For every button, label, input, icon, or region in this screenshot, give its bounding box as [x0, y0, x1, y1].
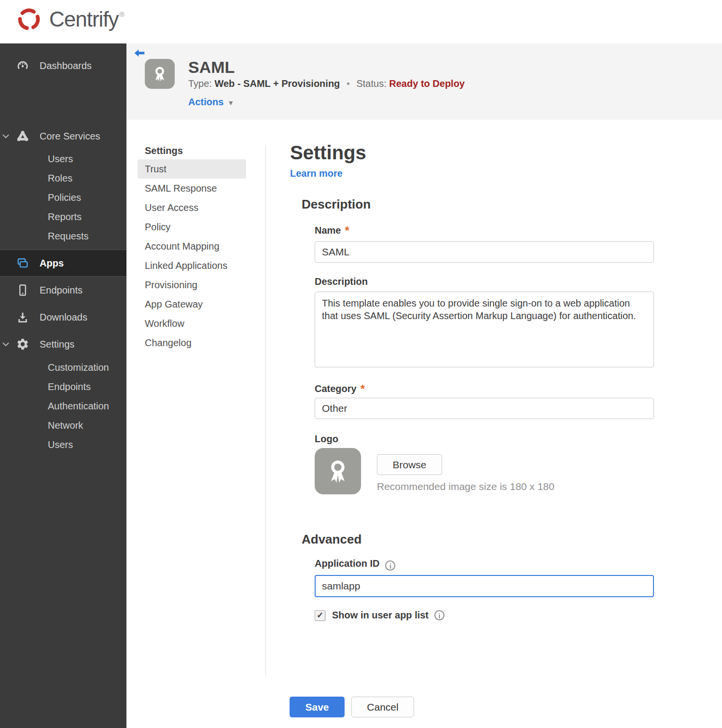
centrify-logo: Centrify®	[15, 6, 124, 33]
core-services-icon	[15, 129, 30, 143]
description-section-heading: Description	[302, 197, 371, 212]
learn-more-link[interactable]: Learn more	[290, 168, 343, 179]
app-status: Status: Ready to Deploy	[356, 78, 465, 89]
sidebar-item-settings[interactable]: Settings	[0, 334, 126, 355]
subnav-item-changelog[interactable]: Changelog	[138, 333, 246, 352]
subnav-item-saml-response[interactable]: SAML Response	[138, 179, 246, 198]
browse-button[interactable]: Browse	[377, 454, 442, 475]
category-field[interactable]	[315, 398, 654, 419]
show-in-user-app-list-label: Show in user app list	[332, 610, 429, 621]
subnav-heading: Settings	[138, 142, 246, 159]
required-asterisk: *	[361, 382, 365, 395]
download-icon	[15, 310, 30, 324]
subnav-item-trust[interactable]: Trust	[138, 159, 246, 179]
app-title: SAML	[188, 58, 235, 77]
settings-subnav: Settings Trust SAML Response User Access…	[138, 142, 246, 352]
description-label: Description	[315, 276, 368, 287]
registered-mark: ®	[120, 11, 124, 18]
subnav-item-account-mapping[interactable]: Account Mapping	[138, 237, 246, 256]
show-in-user-app-list-row[interactable]: ✓ Show in user app list i	[315, 610, 444, 621]
sidebar-item-reports[interactable]: Reports	[0, 207, 126, 226]
caret-down-icon: ▼	[227, 99, 234, 107]
save-button[interactable]: Save	[290, 697, 345, 717]
sidebar-item-dashboards[interactable]: Dashboards	[0, 55, 126, 76]
top-bar: Centrify®	[0, 0, 722, 43]
name-field[interactable]	[315, 241, 654, 263]
ribbon-icon	[324, 457, 352, 485]
sidebar-item-label: Endpoints	[40, 285, 83, 296]
application-id-field[interactable]	[315, 575, 654, 597]
sidebar-item-policies[interactable]: Policies	[0, 188, 126, 207]
subnav-item-app-gateway[interactable]: App Gateway	[138, 294, 246, 314]
app-meta: Type: Web - SAML + Provisioning • Status…	[188, 78, 465, 89]
sidebar: Dashboards Core Services Users Roles Pol…	[0, 43, 126, 728]
gear-icon	[15, 337, 30, 351]
sidebar-item-endpoints[interactable]: Endpoints	[0, 280, 126, 301]
name-label: Name*	[315, 224, 349, 238]
sidebar-item-requests[interactable]: Requests	[0, 226, 126, 246]
page-title: Settings	[290, 142, 366, 164]
subnav-item-linked-applications[interactable]: Linked Applications	[138, 256, 246, 275]
subnav-item-provisioning[interactable]: Provisioning	[138, 275, 246, 294]
ribbon-icon	[151, 65, 169, 83]
sidebar-item-authentication[interactable]: Authentication	[0, 396, 126, 416]
app-logo	[145, 59, 175, 89]
sidebar-item-users[interactable]: Users	[0, 149, 126, 168]
cancel-button[interactable]: Cancel	[351, 697, 414, 717]
subnav-item-user-access[interactable]: User Access	[138, 198, 246, 217]
sidebar-item-network[interactable]: Network	[0, 416, 126, 435]
chevron-down-icon	[2, 134, 11, 139]
logo-label: Logo	[315, 434, 338, 445]
vertical-divider	[265, 145, 266, 676]
sidebar-item-roles[interactable]: Roles	[0, 168, 126, 188]
category-label: Category*	[315, 382, 365, 396]
description-field[interactable]: This template enables you to provide sin…	[315, 292, 654, 367]
status-badge: Ready to Deploy	[389, 78, 465, 89]
sidebar-item-label: Settings	[40, 339, 74, 350]
logo-preview	[315, 448, 361, 494]
info-icon[interactable]: i	[434, 610, 444, 620]
sidebar-item-label: Core Services	[40, 131, 100, 142]
advanced-section-heading: Advanced	[302, 532, 361, 547]
back-arrow-icon	[133, 47, 146, 60]
gauge-icon	[15, 58, 30, 73]
sidebar-item-settings-users[interactable]: Users	[0, 435, 126, 454]
app-type: Type: Web - SAML + Provisioning	[188, 78, 340, 89]
application-id-label: Application IDi	[315, 558, 395, 571]
subnav-item-workflow[interactable]: Workflow	[138, 314, 246, 333]
app-header: SAML Type: Web - SAML + Provisioning • S…	[126, 43, 722, 120]
sidebar-item-label: Apps	[40, 258, 64, 269]
show-in-user-app-list-checkbox[interactable]: ✓	[315, 610, 325, 621]
sidebar-item-settings-endpoints[interactable]: Endpoints	[0, 377, 126, 396]
actions-menu-button[interactable]: Actions▼	[188, 97, 234, 108]
dot-separator: •	[347, 78, 350, 89]
sidebar-item-core-services[interactable]: Core Services	[0, 126, 126, 147]
sidebar-item-downloads[interactable]: Downloads	[0, 307, 126, 328]
sidebar-item-customization[interactable]: Customization	[0, 358, 126, 377]
sidebar-item-label: Downloads	[40, 312, 87, 323]
sidebar-item-label: Dashboards	[40, 60, 92, 71]
logo-size-hint: Recommended image size is 180 x 180	[377, 481, 555, 492]
subnav-item-policy[interactable]: Policy	[138, 217, 246, 237]
sidebar-item-apps[interactable]: Apps	[0, 250, 126, 277]
required-asterisk: *	[345, 224, 349, 237]
centrify-swirl-icon	[15, 6, 42, 33]
brand-name: Centrify®	[49, 7, 124, 31]
mobile-device-icon	[15, 283, 30, 297]
apps-icon	[15, 256, 30, 270]
checkmark-icon: ✓	[317, 610, 323, 620]
back-button[interactable]	[133, 47, 146, 60]
chevron-down-icon	[2, 342, 11, 347]
info-icon[interactable]: i	[385, 560, 395, 571]
